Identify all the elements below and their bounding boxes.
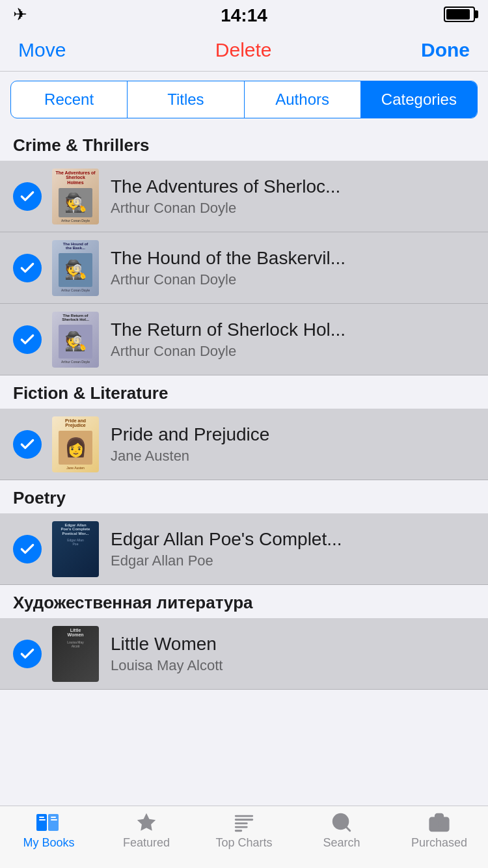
svg-rect-9 [235,826,248,828]
status-time: 14:14 [221,5,267,26]
my-books-icon [36,811,62,834]
featured-icon [133,811,159,834]
svg-rect-6 [235,815,253,817]
tab-item-featured[interactable]: Featured [98,811,195,850]
book-title: Little Women [111,633,223,655]
tab-categories[interactable]: Categories [361,81,477,118]
svg-rect-1 [48,814,59,831]
section-header-fiction: Fiction & Literature [0,375,488,409]
check-circle[interactable] [13,535,42,563]
book-author: Arthur Conan Doyle [111,200,340,217]
book-title: Edgar Allan Poe's Complet... [111,528,342,550]
list-item[interactable]: Edgar AllanPoe's CompletePoetical Wor...… [0,513,488,585]
tab-titles[interactable]: Titles [128,81,244,118]
tab-item-top-charts[interactable]: Top Charts [195,811,293,850]
book-title: The Hound of the Baskervil... [111,247,346,269]
book-info: Edgar Allan Poe's Complet... Edgar Allan… [111,528,342,570]
book-cover-return: The Return ofSherlock Hol... 🕵 Arthur Co… [52,312,99,368]
svg-rect-10 [235,830,242,832]
search-icon [329,811,355,834]
section-header-crime: Crime & Thrillers [0,128,488,161]
list-item[interactable]: The Return ofSherlock Hol... 🕵 Arthur Co… [0,304,488,375]
tab-label-purchased: Purchased [411,836,467,850]
airplane-icon: ✈ [13,5,27,25]
book-info: Pride and Prejudice Jane Austen [111,424,269,465]
segmented-control: Recent Titles Authors Categories [10,81,478,118]
book-cover-poe: Edgar AllanPoe's CompletePoetical Wor...… [52,521,99,577]
book-author: Louisa May Alcott [111,657,223,674]
tab-label-top-charts: Top Charts [215,836,272,850]
tab-label-search: Search [323,836,360,850]
battery-icon [444,7,475,22]
check-circle[interactable] [13,430,42,459]
content-area: Crime & Thrillers The Adventures ofSherl… [0,128,488,807]
svg-rect-8 [235,822,248,824]
move-button[interactable]: Move [18,39,66,61]
bottom-spacer [0,690,488,768]
list-item[interactable]: The Hound ofthe Bask... 🕵 Arthur Conan D… [0,232,488,304]
header: Move Delete Done [0,29,488,72]
book-title: The Return of Sherlock Hol... [111,319,346,341]
top-charts-icon [231,811,257,834]
book-author: Edgar Allan Poe [111,552,342,569]
delete-button[interactable]: Delete [215,39,272,61]
book-title: The Adventures of Sherloc... [111,176,340,198]
tab-item-purchased[interactable]: Purchased [390,811,488,850]
tab-label-my-books: My Books [23,836,74,850]
book-info: The Adventures of Sherloc... Arthur Cona… [111,176,340,217]
book-cover-women: LittleWomen Louisa MayAlcott [52,626,99,682]
list-item[interactable]: The Adventures ofSherlockHolmes 🕵 Arthur… [0,161,488,232]
done-button[interactable]: Done [421,39,470,61]
book-author: Arthur Conan Doyle [111,271,346,288]
status-bar: ✈ 14:14 [0,0,488,29]
tab-label-featured: Featured [123,836,170,850]
battery-fill [446,9,470,20]
tab-item-my-books[interactable]: My Books [0,811,98,850]
book-author: Arthur Conan Doyle [111,343,346,360]
svg-rect-5 [51,819,57,821]
book-info: The Hound of the Baskervil... Arthur Con… [111,247,346,289]
tab-recent[interactable]: Recent [11,81,128,118]
tab-item-search[interactable]: Search [293,811,390,850]
svg-line-12 [346,827,350,831]
check-circle[interactable] [13,640,42,668]
book-cover-sherlock: The Adventures ofSherlockHolmes 🕵 Arthur… [52,169,99,224]
tab-authors[interactable]: Authors [245,81,361,118]
book-author: Jane Austen [111,448,269,465]
list-item[interactable]: LittleWomen Louisa MayAlcott Little Wome… [0,618,488,690]
check-circle[interactable] [13,325,42,354]
section-header-poetry: Poetry [0,480,488,513]
book-title: Pride and Prejudice [111,424,269,446]
check-circle[interactable] [13,254,42,282]
section-header-russian: Художественная литература [0,585,488,618]
svg-rect-3 [39,819,46,821]
check-circle[interactable] [13,182,42,211]
svg-rect-7 [235,819,253,821]
status-bar-right [444,7,475,22]
book-info: The Return of Sherlock Hol... Arthur Con… [111,319,346,360]
list-item[interactable]: Pride andPrejudice 👩 Jane Austen Pride a… [0,409,488,480]
book-info: Little Women Louisa May Alcott [111,633,223,675]
book-cover-hound: The Hound ofthe Bask... 🕵 Arthur Conan D… [52,240,99,296]
purchased-icon [426,811,452,834]
svg-rect-2 [39,817,44,818]
svg-rect-4 [51,817,56,818]
svg-rect-0 [36,814,47,831]
tab-bar: My Books Featured Top Charts [0,806,488,868]
book-cover-pride: Pride andPrejudice 👩 Jane Austen [52,416,99,472]
